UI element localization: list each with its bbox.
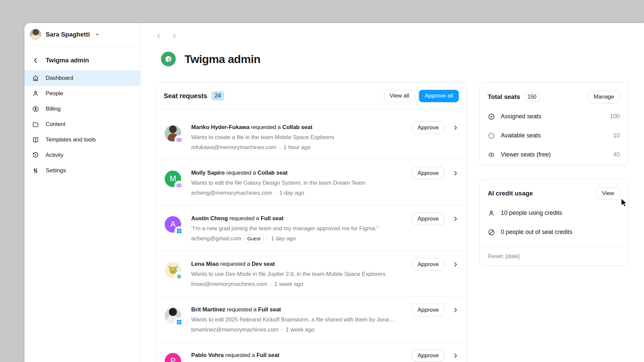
seat-request-row: Mariko Hyder-Fukawa requested a Collab s… [156, 114, 467, 160]
seat-type-badge-icon [175, 273, 183, 281]
avatar: A [165, 216, 181, 233]
total-seats-rows: Assigned seats 100 Available seats 10 Vi… [488, 107, 620, 164]
chevron-down-icon [95, 32, 100, 37]
blocked-icon [488, 229, 495, 236]
app-window: Sara Spaghetti Twigma admin Dashboard Pe… [24, 23, 644, 362]
history-nav [155, 33, 178, 39]
request-meta: lmiao@memorymachines.com · 1 week ago [191, 279, 385, 289]
person-icon [32, 90, 39, 97]
sidebar-item-content[interactable]: Content [24, 117, 140, 132]
approve-button[interactable]: Approve [412, 167, 444, 179]
request-time: 1 hour ago [283, 144, 310, 151]
chevron-right-icon[interactable] [452, 352, 459, 359]
folder-icon [32, 121, 39, 128]
org-logo-leaf-icon [161, 52, 176, 66]
approve-button[interactable]: Approve [412, 121, 444, 134]
workspace-label: Twigma admin [46, 57, 89, 64]
person-icon [488, 209, 495, 217]
ai-credit-title: AI credit usage [488, 190, 533, 197]
request-meta: acheng@gmail.com Guest · 1 day ago [191, 234, 378, 244]
account-menu[interactable]: Sara Spaghetti [24, 23, 140, 46]
request-time: 1 day ago [271, 235, 296, 242]
avatar [165, 125, 181, 141]
avatar [165, 262, 181, 278]
dashed-circle-icon [488, 132, 495, 139]
sidebar-item-templates-and-tools[interactable]: Templates and tools [24, 132, 140, 147]
request-description: Wants to create a file in the team Mobil… [191, 132, 334, 142]
approve-button[interactable]: Approve [412, 258, 444, 270]
seat-request-list: Mariko Hyder-Fukawa requested a Collab s… [156, 109, 467, 362]
avatar [165, 307, 181, 324]
history-icon [32, 152, 39, 159]
stat-row: 0 people out of seat credits [488, 223, 620, 242]
seat-requests-title: Seat requests [164, 92, 207, 100]
sidebar-item-people[interactable]: People [24, 86, 140, 101]
stat-row: Available seats 10 [488, 126, 620, 145]
request-summary: Mariko Hyder-Fukawa requested a Collab s… [191, 122, 334, 132]
seat-requests-card: Seat requests 24 View all Approve all Ma… [156, 82, 467, 362]
chevron-right-icon[interactable] [452, 170, 459, 177]
approve-button[interactable]: Approve [412, 213, 444, 225]
avatar [30, 29, 41, 40]
sidebar-item-activity[interactable]: Activity [24, 147, 140, 163]
request-email: acheng@memorymachines.com [191, 190, 272, 196]
back-arrow-button[interactable] [155, 33, 162, 39]
book-icon [32, 136, 39, 143]
chevron-right-icon[interactable] [452, 261, 459, 268]
seat-type-badge-icon [175, 318, 183, 326]
check-circle-icon [488, 113, 495, 120]
request-meta: mfukawa@memorymachines.com · 1 hour ago [191, 142, 334, 153]
page-header: Twigma admin [161, 52, 260, 66]
chevron-right-icon[interactable] [452, 307, 459, 313]
chevron-right-icon[interactable] [452, 124, 459, 131]
sidebar-item-billing[interactable]: Billing [24, 101, 140, 117]
sidebar-item-settings[interactable]: Settings [24, 163, 140, 178]
sliders-icon [32, 167, 39, 174]
request-meta: acheng@memorymachines.com · 1 day ago [191, 188, 365, 198]
sidebar: Sara Spaghetti Twigma admin Dashboard Pe… [24, 23, 141, 362]
seat-request-row: A Austin Cheng requested a Full seat “I’… [156, 205, 467, 251]
seat-requests-header: Seat requests 24 View all Approve all [156, 82, 467, 109]
request-summary: Lena Miao requested a Dev seat [191, 259, 385, 269]
stat-row: 10 people using credits [488, 203, 620, 223]
home-icon [32, 74, 39, 82]
request-summary: Austin Cheng requested a Full seat [191, 214, 378, 224]
request-meta: bmartinez@memorymachines.com · 1 week ag… [191, 325, 394, 335]
avatar: P [165, 353, 181, 362]
main-content: Twigma admin Seat requests 24 View all A… [141, 23, 644, 362]
ai-credit-rows: 10 people using credits 0 people out of … [488, 203, 620, 242]
request-email: acheng@gmail.com [191, 235, 241, 242]
reset-date-text: Reset: [date] [488, 247, 620, 266]
stat-row: Viewer seats (free) 40 [488, 145, 620, 164]
manage-button[interactable]: Manage [588, 91, 620, 103]
stat-row: Assigned seats 100 [488, 107, 620, 126]
chevron-right-icon[interactable] [452, 216, 459, 222]
approve-button[interactable]: Approve [412, 304, 444, 316]
seat-request-row: Lena Miao requested a Dev seat Wants to … [156, 251, 467, 297]
view-button[interactable]: View [596, 187, 620, 200]
request-summary: Brit Martinez requested a Full seat [191, 305, 394, 315]
seat-request-row: M Molly Sapiro requested a Collab seat W… [156, 160, 467, 205]
ai-credit-usage-card: AI credit usage View 10 people using cre… [479, 179, 628, 266]
dollar-icon [32, 105, 39, 113]
guest-badge: Guest [244, 234, 264, 243]
request-time: 1 day ago [279, 190, 304, 196]
sidebar-workspace-back[interactable]: Twigma admin [24, 53, 140, 68]
account-name: Sara Spaghetti [46, 31, 90, 38]
sidebar-item-dashboard[interactable]: Dashboard [24, 70, 140, 86]
seat-type-badge-icon [175, 227, 183, 235]
approve-all-button[interactable]: Approve all [419, 90, 459, 102]
request-email: mfukawa@memorymachines.com [191, 144, 276, 151]
request-email: bmartinez@memorymachines.com [191, 326, 278, 333]
request-description: Wants to edit the file Galaxy Design Sys… [191, 178, 365, 188]
request-description: “I’m a new grad joining the team and my … [191, 224, 378, 234]
seat-type-badge-icon [175, 181, 183, 189]
request-description: Wants to use Dev Mode in file Jupiter 2.… [191, 269, 385, 279]
view-all-button[interactable]: View all [384, 90, 415, 102]
request-summary: Pablo Vohra requested a Full seat [191, 350, 279, 360]
forward-arrow-button[interactable] [171, 33, 178, 39]
request-description: Wants to edit 2025 Rebrand Kickoff Brain… [191, 315, 394, 325]
approve-button[interactable]: Approve [412, 349, 444, 362]
seat-request-row: Brit Martinez requested a Full seat Want… [156, 297, 467, 342]
eye-icon [488, 151, 495, 159]
